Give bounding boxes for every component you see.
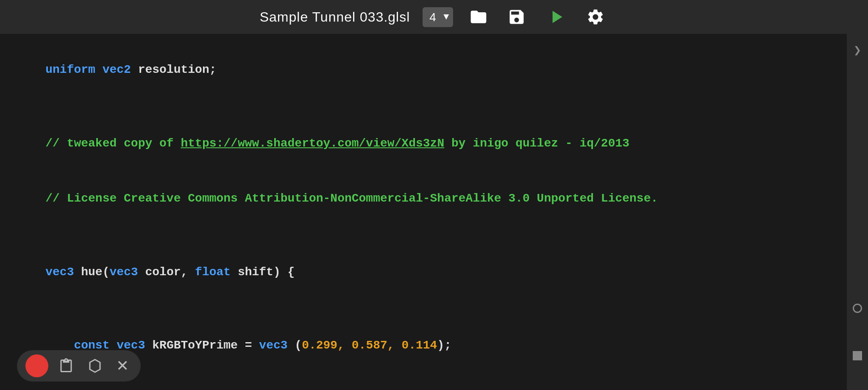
param-color: color, bbox=[138, 266, 195, 279]
func-hue: hue( bbox=[74, 266, 109, 279]
code-line-1: uniform vec2 resolution; bbox=[17, 42, 830, 97]
bottom-toolbar: ✕ bbox=[17, 350, 141, 382]
toolbar: Sample Tunnel 033.glsl 4 2 8 ▼ bbox=[0, 0, 868, 34]
param-shift: shift) { bbox=[231, 266, 295, 279]
clipboard-button[interactable] bbox=[55, 357, 77, 375]
save-button[interactable] bbox=[504, 4, 529, 30]
paren-1: ( bbox=[288, 339, 302, 352]
circle-indicator bbox=[853, 304, 862, 313]
paren-end-1: ); bbox=[437, 339, 451, 352]
dropdown-wrapper[interactable]: 4 2 8 ▼ bbox=[423, 7, 453, 27]
var-resolution: resolution; bbox=[131, 63, 217, 76]
settings-button[interactable] bbox=[583, 4, 608, 30]
code-line-blank-3 bbox=[17, 299, 830, 318]
type-float-shift: float bbox=[195, 266, 231, 279]
play-icon bbox=[545, 6, 567, 28]
open-button[interactable] bbox=[466, 4, 491, 30]
var-krgbtoyprime: kRGBToYPrime = bbox=[145, 339, 259, 352]
save-icon bbox=[507, 8, 526, 26]
settings-small-icon bbox=[87, 358, 103, 373]
gear-icon bbox=[586, 8, 605, 26]
code-editor[interactable]: uniform vec2 resolution; // tweaked copy… bbox=[0, 34, 847, 390]
type-vec3-hue: vec3 bbox=[45, 266, 74, 279]
square-indicator bbox=[853, 351, 862, 360]
play-button[interactable] bbox=[542, 3, 570, 31]
code-line-comment-2: // License Creative Commons Attribution-… bbox=[17, 171, 830, 226]
close-button[interactable]: ✕ bbox=[113, 355, 132, 376]
settings-small-button[interactable] bbox=[84, 357, 106, 375]
record-icon bbox=[31, 360, 43, 372]
type-vec2: vec2 bbox=[103, 63, 131, 76]
comment-license: // License Creative Commons Attribution-… bbox=[45, 192, 658, 205]
type-vec3-color: vec3 bbox=[109, 266, 138, 279]
code-line-blank-1 bbox=[17, 97, 830, 116]
link-shadertoy: https://www.shadertoy.com/view/Xds3zN bbox=[181, 137, 444, 150]
num-0299: 0.299, 0.587, 0.114 bbox=[302, 339, 437, 352]
zoom-dropdown[interactable]: 4 2 8 bbox=[423, 7, 453, 27]
code-line-func-def: vec3 hue(vec3 color, float shift) { bbox=[17, 244, 830, 299]
fn-vec3-1: vec3 bbox=[259, 339, 287, 352]
keyword-uniform: uniform bbox=[45, 63, 102, 76]
clipboard-icon bbox=[58, 358, 74, 373]
folder-icon bbox=[469, 8, 488, 26]
comment-tweaked: // tweaked copy of bbox=[45, 137, 181, 150]
code-line-comment-1: // tweaked copy of https://www.shadertoy… bbox=[17, 116, 830, 171]
record-button[interactable] bbox=[25, 354, 48, 377]
code-line-rgb-i: const vec3 kRGBToI = vec3 (0.596, -0.275… bbox=[17, 373, 830, 390]
comment-by: by inigo quilez - iq/2013 bbox=[444, 137, 629, 150]
right-panel: ❯ bbox=[847, 34, 868, 390]
collapse-icon[interactable]: ❯ bbox=[854, 42, 861, 58]
code-line-blank-2 bbox=[17, 226, 830, 244]
file-title: Sample Tunnel 033.glsl bbox=[260, 9, 410, 25]
close-icon: ✕ bbox=[116, 357, 129, 374]
